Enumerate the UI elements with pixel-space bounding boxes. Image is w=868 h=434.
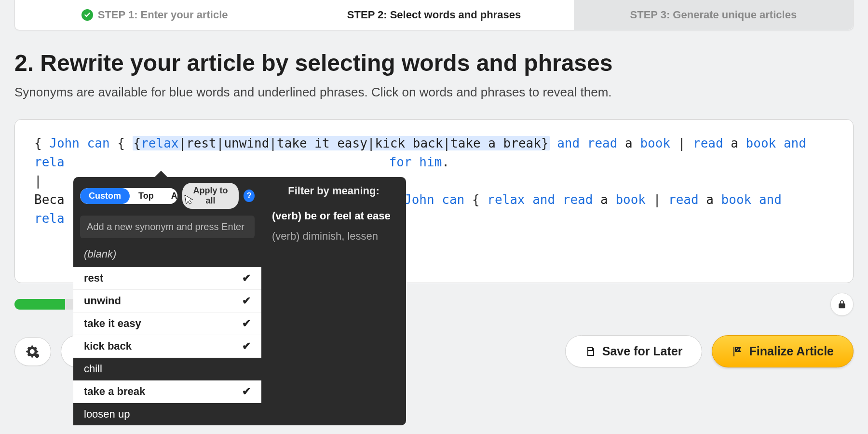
tab-custom[interactable]: Custom: [80, 188, 130, 204]
spin-group[interactable]: {relax|rest|unwind|take it easy|kick bac…: [133, 136, 550, 150]
apply-to-all-button[interactable]: Apply to all: [182, 183, 239, 209]
word-and-3[interactable]: and: [532, 192, 555, 207]
meaning-option[interactable]: (verb) be or feel at ease: [272, 206, 395, 226]
lock-icon[interactable]: [830, 293, 854, 316]
step-1[interactable]: STEP 1: Enter your article: [15, 0, 294, 30]
stepper: STEP 1: Enter your article STEP 2: Selec…: [14, 0, 854, 30]
meaning-option[interactable]: (verb) diminish, lessen: [272, 226, 395, 246]
word-rela[interactable]: rela: [34, 155, 65, 169]
word-john[interactable]: John: [49, 136, 80, 150]
word-rela-2[interactable]: rela: [34, 211, 65, 226]
check-icon: ✔: [242, 385, 251, 398]
check-icon: ✔: [242, 340, 251, 353]
progress-fill: [14, 299, 65, 310]
settings-button[interactable]: [14, 337, 51, 366]
check-icon: ✔: [242, 317, 251, 330]
check-icon: [81, 9, 93, 21]
blank-option[interactable]: (blank): [73, 243, 261, 267]
save-label: Save for Later: [602, 344, 683, 358]
synonym-item[interactable]: take a break✔: [73, 380, 261, 403]
word-and[interactable]: and: [557, 136, 580, 150]
page-heading: 2. Rewrite your article by selecting wor…: [14, 50, 854, 76]
gear-icon: [26, 344, 40, 359]
tab-all[interactable]: All: [163, 188, 177, 204]
finalize-label: Finalize Article: [749, 344, 834, 358]
word-can-2[interactable]: can: [442, 192, 464, 207]
synonym-item[interactable]: chill: [73, 358, 261, 380]
word-read-2[interactable]: read: [693, 136, 723, 150]
word-read[interactable]: read: [587, 136, 618, 150]
synonym-list: rest✔ unwind✔ take it easy✔ kick back✔ c…: [73, 267, 261, 425]
synonym-item[interactable]: kick back✔: [73, 335, 261, 358]
synonym-input[interactable]: [80, 216, 255, 238]
svg-rect-2: [738, 349, 739, 350]
word-book-3[interactable]: book: [615, 192, 646, 207]
popover-tab-group: Custom Top All: [80, 188, 177, 204]
check-icon: ✔: [242, 295, 251, 307]
word-book-4[interactable]: book: [721, 192, 752, 207]
help-icon[interactable]: ?: [244, 190, 255, 202]
word-john-2[interactable]: John: [404, 192, 434, 207]
save-icon: [585, 346, 597, 357]
tab-top[interactable]: Top: [130, 188, 163, 204]
word-him[interactable]: him: [419, 155, 442, 169]
editor-line-2: relaXXXXXXXXXXXXXXXXXXXXXXXXXXXXXXXXXXXX…: [34, 153, 834, 172]
word-and-4[interactable]: and: [759, 192, 782, 207]
editor-line-1: { John can { {relax|rest|unwind|take it …: [34, 134, 834, 153]
word-read-3[interactable]: read: [563, 192, 593, 207]
finalize-article-button[interactable]: Finalize Article: [712, 335, 854, 367]
word-relax[interactable]: relax: [141, 136, 178, 150]
synonym-popover: Custom Top All Apply to all ? (blank) re…: [73, 177, 406, 425]
word-and-2[interactable]: and: [784, 136, 806, 150]
step-1-label: STEP 1: Enter your article: [98, 9, 228, 21]
word-can[interactable]: can: [87, 136, 110, 150]
word-for[interactable]: for: [389, 155, 412, 169]
step-2[interactable]: STEP 2: Select words and phrases: [294, 0, 573, 30]
word-beca: Beca: [34, 192, 65, 207]
svg-point-0: [35, 353, 39, 358]
synonym-item[interactable]: loosen up: [73, 403, 261, 425]
word-relax-2[interactable]: relax: [487, 192, 525, 207]
popover-right-panel: Filter by meaning: (verb) be or feel at …: [261, 177, 406, 425]
step-3-label: STEP 3: Generate unique articles: [630, 9, 797, 21]
synonym-item[interactable]: unwind✔: [73, 290, 261, 312]
popover-left-panel: Custom Top All Apply to all ? (blank) re…: [73, 177, 261, 425]
flag-icon: [732, 346, 743, 357]
step-2-label: STEP 2: Select words and phrases: [347, 9, 521, 21]
step-3[interactable]: STEP 3: Generate unique articles: [574, 0, 853, 30]
caret: |: [34, 174, 42, 188]
svg-rect-3: [737, 350, 738, 351]
word-book-2[interactable]: book: [746, 136, 776, 150]
check-icon: ✔: [242, 272, 251, 285]
page-subheading: Synonyms are available for blue words an…: [14, 85, 854, 100]
synonym-item[interactable]: rest✔: [73, 267, 261, 290]
save-for-later-button[interactable]: Save for Later: [565, 335, 703, 367]
filter-title: Filter by meaning:: [272, 185, 395, 197]
svg-rect-1: [736, 348, 737, 349]
word-book[interactable]: book: [640, 136, 670, 150]
popover-tab-row: Custom Top All Apply to all ?: [73, 177, 261, 215]
word-read-4[interactable]: read: [668, 192, 699, 207]
synonym-item[interactable]: take it easy✔: [73, 312, 261, 335]
